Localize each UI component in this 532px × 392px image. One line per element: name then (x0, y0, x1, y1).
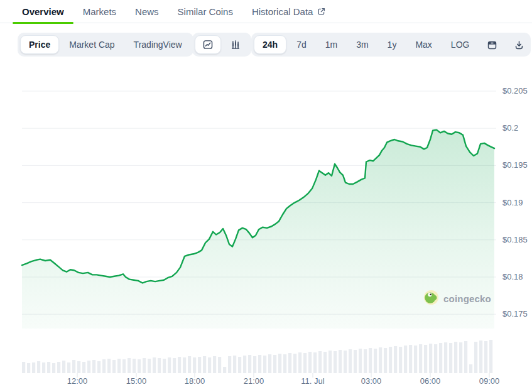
volume-bar (474, 342, 477, 373)
volume-bar (364, 349, 367, 373)
price-volume-chart[interactable] (0, 0, 532, 392)
volume-bar (384, 348, 387, 373)
volume-bar (484, 341, 487, 373)
volume-bar (258, 355, 261, 373)
volume-bar (344, 351, 347, 373)
volume-bar (434, 344, 437, 373)
volume-bar (444, 342, 447, 373)
volume-bar (459, 342, 462, 373)
x-axis-label: 21:00 (244, 376, 264, 386)
volume-bar (439, 343, 442, 373)
volume-bar (379, 347, 382, 373)
volume-bar (374, 349, 377, 373)
volume-bar (223, 367, 226, 373)
volume-bar (268, 354, 271, 373)
volume-bar (293, 354, 296, 373)
volume-bar (389, 347, 392, 373)
volume-bar (208, 357, 211, 373)
volume-bar (303, 353, 307, 373)
volume-bar (158, 358, 161, 373)
volume-bar (47, 362, 50, 373)
volume-bar (188, 356, 191, 373)
volume-bar (178, 357, 181, 373)
volume-bar (394, 346, 397, 373)
volume-bar (52, 363, 55, 373)
volume-bar (489, 340, 492, 373)
volume-bar (22, 362, 25, 373)
volume-bar (464, 341, 467, 373)
volume-bar (203, 356, 206, 373)
coin-chart-panel: OverviewMarketsNewsSimilar CoinsHistoric… (0, 0, 532, 392)
y-axis-label: $0.2 (502, 123, 518, 133)
volume-bar (414, 346, 417, 373)
volume-bar (67, 362, 70, 373)
volume-bar (138, 359, 141, 373)
volume-bar (72, 360, 75, 373)
volume-bar (27, 363, 30, 373)
volume-bar (454, 342, 457, 373)
volume-bar (107, 359, 111, 373)
y-axis-label: $0.185 (502, 235, 528, 245)
volume-bar (128, 358, 131, 373)
volume-bar (424, 345, 427, 373)
volume-bar (339, 350, 342, 373)
volume-bar (334, 351, 337, 373)
volume-bar (273, 355, 276, 373)
volume-bar (359, 349, 362, 373)
volume-bar (323, 352, 327, 373)
volume-bar (117, 359, 121, 373)
x-axis-label: 18:00 (185, 376, 205, 386)
x-axis-label: 12:00 (67, 376, 88, 386)
volume-bar (399, 347, 402, 373)
volume-bar (112, 360, 116, 373)
volume-bar (148, 359, 151, 373)
volume-bar (153, 357, 156, 373)
x-axis-label: 03:00 (361, 376, 382, 386)
volume-bar (238, 357, 241, 373)
x-axis-label: 06:00 (420, 376, 441, 386)
volume-bar (62, 361, 65, 373)
volume-bar (193, 357, 196, 373)
volume-bar (233, 356, 236, 373)
volume-bar (409, 345, 412, 373)
volume-bar (288, 353, 291, 373)
volume-bar (318, 351, 322, 373)
volume-bar (97, 361, 100, 373)
y-axis-label: $0.175 (502, 309, 528, 319)
volume-bar (369, 348, 372, 373)
volume-bar (37, 361, 40, 373)
y-axis-label: $0.18 (502, 272, 523, 282)
volume-bar (419, 344, 422, 373)
volume-bar (429, 344, 432, 373)
volume-bar (218, 357, 221, 373)
volume-bar (354, 350, 357, 373)
x-axis-label: 09:00 (479, 376, 500, 386)
volume-bar (283, 354, 286, 373)
volume-bar (77, 361, 80, 373)
volume-bar (228, 356, 231, 373)
volume-bar (82, 362, 85, 373)
volume-bar (313, 352, 317, 373)
volume-bar (143, 358, 146, 373)
volume-bar (248, 355, 251, 373)
volume-bar (173, 358, 176, 373)
volume-bar (243, 356, 246, 373)
x-axis-label: 15:00 (126, 376, 147, 386)
volume-bar (168, 357, 171, 373)
volume-bar (133, 359, 136, 373)
volume-bar (42, 362, 45, 373)
volume-bar (479, 340, 482, 373)
volume-bar (32, 362, 35, 373)
volume-bar (198, 357, 201, 373)
volume-bar (122, 359, 126, 373)
volume-bar (213, 356, 216, 373)
volume-bar (308, 352, 312, 373)
volume-bar (92, 360, 95, 373)
volume-bar (57, 362, 60, 373)
volume-bar (102, 359, 106, 373)
volume-bar (404, 346, 407, 373)
y-axis-label: $0.195 (502, 160, 528, 170)
x-axis-label: 11. Jul (301, 376, 324, 386)
volume-bar (449, 343, 452, 373)
volume-bar (87, 361, 90, 373)
